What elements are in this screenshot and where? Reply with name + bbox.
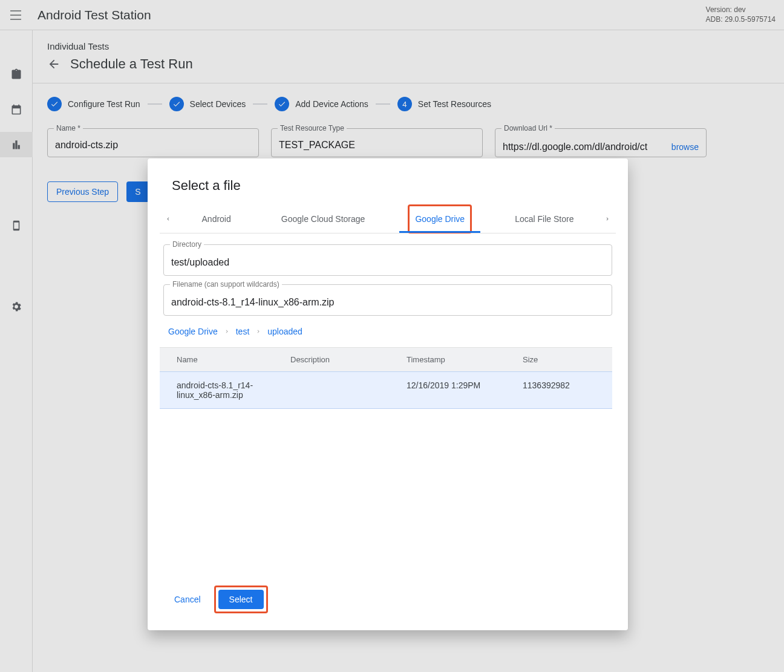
table-row[interactable]: android-cts-8.1_r14-linux_x86-arm.zip 12…: [160, 371, 612, 409]
filename-input[interactable]: [171, 297, 604, 308]
tab-local-file-store[interactable]: Local File Store: [509, 206, 580, 232]
filename-field[interactable]: Filename (can support wildcards): [163, 284, 612, 316]
select-button-highlight: Select: [214, 586, 268, 613]
file-table: Name Description Timestamp Size android-…: [160, 347, 612, 409]
directory-input[interactable]: [171, 257, 604, 268]
tab-gcs[interactable]: Google Cloud Storage: [275, 206, 371, 232]
col-description: Description: [290, 355, 407, 364]
select-file-dialog: Select a file Android Google Cloud Stora…: [148, 158, 628, 630]
field-label: Directory: [170, 240, 204, 249]
cell-description: [290, 380, 407, 400]
crumb-root[interactable]: Google Drive: [168, 327, 218, 336]
path-breadcrumb: Google Drive test uploaded: [163, 324, 612, 339]
cancel-button[interactable]: Cancel: [168, 590, 207, 609]
col-size: Size: [523, 355, 595, 364]
cell-name: android-cts-8.1_r14-linux_x86-arm.zip: [177, 380, 290, 400]
table-header: Name Description Timestamp Size: [160, 348, 612, 371]
tabs-prev-icon[interactable]: [160, 214, 177, 224]
dialog-title: Select a file: [148, 158, 628, 200]
crumb-test[interactable]: test: [236, 327, 250, 336]
tab-android[interactable]: Android: [196, 206, 237, 232]
tabs-next-icon[interactable]: [599, 214, 616, 224]
directory-field[interactable]: Directory: [163, 244, 612, 276]
field-label: Filename (can support wildcards): [170, 280, 282, 289]
dialog-footer: Cancel Select: [148, 586, 628, 630]
tab-google-drive[interactable]: Google Drive: [409, 206, 471, 232]
select-button[interactable]: Select: [218, 590, 264, 609]
chevron-right-icon: [255, 328, 261, 335]
chevron-right-icon: [224, 328, 230, 335]
col-timestamp: Timestamp: [407, 355, 523, 364]
cell-size: 1136392982: [523, 380, 595, 400]
col-name: Name: [177, 355, 290, 364]
cell-timestamp: 12/16/2019 1:29PM: [407, 380, 523, 400]
crumb-uploaded[interactable]: uploaded: [267, 327, 302, 336]
tab-bar: Android Google Cloud Storage Google Driv…: [160, 204, 616, 233]
